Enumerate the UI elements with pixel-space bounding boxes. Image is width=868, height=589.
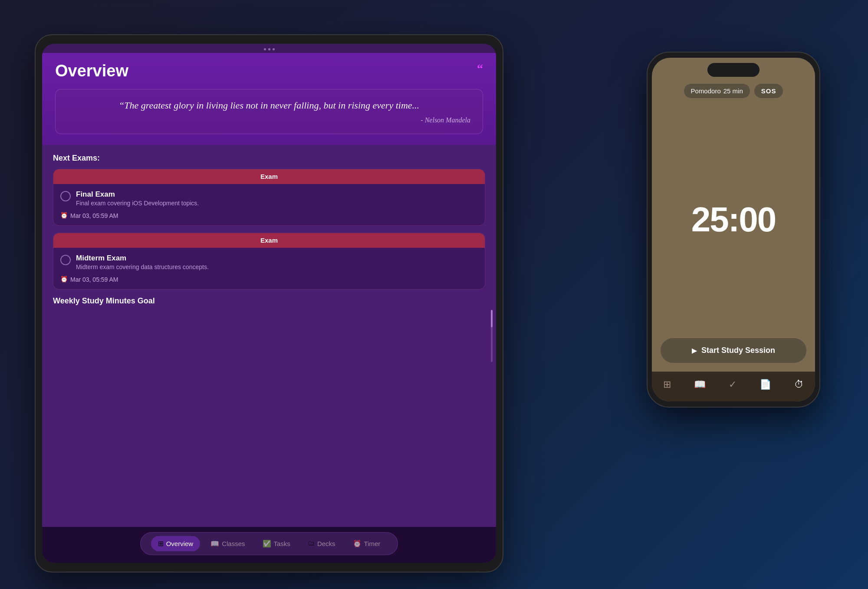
play-icon: ▶	[692, 346, 697, 355]
tab-decks[interactable]: 🗂 Decks	[301, 536, 342, 551]
tab-overview-label: Overview	[166, 540, 194, 547]
iphone-tab-bar: ⊞ 📖 ✓ 📄 ⏱	[652, 372, 815, 401]
ipad-device: “ Overview “The greatest glory in living…	[35, 34, 503, 573]
exam-item-1: Midterm Exam Midterm exam covering data …	[60, 254, 478, 270]
tab-classes-label: Classes	[222, 540, 245, 547]
pomodoro-label: Pomodoro	[691, 87, 721, 95]
quote-text: “The greatest glory in living lies not i…	[68, 99, 470, 112]
exam-badge-text-0: Exam	[260, 173, 278, 180]
tab-tasks[interactable]: ✅ Tasks	[256, 536, 297, 551]
timer-icon: ⏰	[353, 540, 362, 548]
exam-badge-0: Exam	[53, 169, 485, 184]
iphone-screen: Pomodoro 25 min SOS 25:00 ▶ Start Study …	[652, 58, 815, 401]
timer-text: 25:00	[691, 200, 776, 240]
scroll-thumb	[491, 310, 493, 327]
exam-badge-text-1: Exam	[260, 237, 278, 244]
iphone-tab-timer-icon[interactable]: ⏱	[787, 376, 811, 393]
next-exams-label: Next Exams:	[53, 154, 485, 163]
iphone-tab-classes-icon[interactable]: 📖	[687, 376, 713, 393]
pomodoro-pill[interactable]: Pomodoro 25 min	[684, 84, 750, 98]
page-title: Overview	[55, 62, 483, 80]
iphone-tab-overview-icon[interactable]: ⊞	[656, 376, 678, 393]
ipad-content: Next Exams: Exam Final Exam Final exam c…	[42, 145, 496, 526]
exam-info-1: Midterm Exam Midterm exam covering data …	[76, 254, 209, 270]
dot-2	[268, 48, 270, 50]
scroll-indicator	[491, 310, 493, 362]
iphone-top-controls: Pomodoro 25 min SOS	[652, 77, 815, 102]
exam-card-0: Exam Final Exam Final exam covering iOS …	[53, 169, 485, 226]
quote-box: “The greatest glory in living lies not i…	[55, 89, 483, 135]
iphone-device: Pomodoro 25 min SOS 25:00 ▶ Start Study …	[647, 52, 820, 408]
tab-timer-label: Timer	[364, 540, 381, 547]
ipad-screen: “ Overview “The greatest glory in living…	[42, 44, 496, 563]
exam-desc-0: Final exam covering iOS Development topi…	[76, 200, 199, 207]
dot-1	[264, 48, 266, 50]
clock-icon-0: ⏰	[60, 212, 68, 219]
decks-icon: 🗂	[308, 540, 315, 547]
exam-body-1: Midterm Exam Midterm exam covering data …	[53, 248, 485, 289]
exam-item-0: Final Exam Final exam covering iOS Devel…	[60, 190, 478, 207]
tab-classes[interactable]: 📖 Classes	[204, 536, 252, 551]
classes-icon: 📖	[210, 540, 219, 548]
tab-decks-label: Decks	[317, 540, 335, 547]
iphone-tab-tasks-icon[interactable]: ✓	[722, 376, 743, 393]
timer-display-area: 25:00	[652, 102, 815, 338]
exam-name-0: Final Exam	[76, 190, 199, 199]
exam-card-1: Exam Midterm Exam Midterm exam covering …	[53, 233, 485, 290]
tab-timer[interactable]: ⏰ Timer	[346, 536, 388, 551]
clock-icon-1: ⏰	[60, 276, 68, 283]
dot-3	[273, 48, 275, 50]
weekly-goal-label: Weekly Study Minutes Goal	[53, 296, 485, 306]
quote-decoration-icon: “	[477, 62, 483, 76]
quote-author: - Nelson Mandela	[68, 116, 470, 124]
tab-overview[interactable]: ⊞ Overview	[151, 536, 201, 551]
pomodoro-time: 25 min	[723, 87, 743, 95]
exam-badge-1: Exam	[53, 233, 485, 248]
ipad-tab-bar: ⊞ Overview 📖 Classes ✅ Tasks 🗂 Decks	[42, 527, 496, 563]
start-button-label: Start Study Session	[701, 346, 775, 355]
sos-label: SOS	[761, 87, 776, 95]
exam-time-text-0: Mar 03, 05:59 AM	[70, 212, 118, 219]
dynamic-island	[707, 63, 760, 77]
exam-body-0: Final Exam Final exam covering iOS Devel…	[53, 184, 485, 225]
exam-time-0: ⏰ Mar 03, 05:59 AM	[60, 212, 478, 219]
tasks-icon: ✅	[263, 540, 271, 548]
ipad-dots	[264, 48, 275, 50]
exam-desc-1: Midterm exam covering data structures co…	[76, 263, 209, 270]
sos-pill[interactable]: SOS	[754, 84, 783, 98]
scene: “ Overview “The greatest glory in living…	[22, 17, 846, 573]
iphone-tab-decks-icon[interactable]: 📄	[753, 376, 778, 393]
exam-radio-1[interactable]	[60, 255, 71, 265]
ipad-header: “ Overview “The greatest glory in living…	[42, 53, 496, 145]
exam-radio-0[interactable]	[60, 191, 71, 201]
tab-tasks-label: Tasks	[274, 540, 290, 547]
exam-info-0: Final Exam Final exam covering iOS Devel…	[76, 190, 199, 207]
tab-bar-inner: ⊞ Overview 📖 Classes ✅ Tasks 🗂 Decks	[140, 532, 398, 555]
exam-name-1: Midterm Exam	[76, 254, 209, 263]
overview-icon: ⊞	[158, 540, 164, 548]
ipad-top-bar	[42, 44, 496, 53]
start-study-session-button[interactable]: ▶ Start Study Session	[661, 338, 806, 363]
exam-time-1: ⏰ Mar 03, 05:59 AM	[60, 276, 478, 283]
exam-time-text-1: Mar 03, 05:59 AM	[70, 276, 118, 283]
